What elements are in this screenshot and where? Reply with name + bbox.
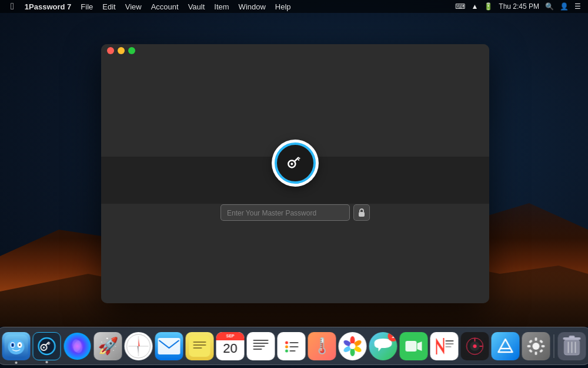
svg-rect-78 — [529, 349, 533, 353]
dock-item-finder[interactable] — [2, 332, 31, 360]
music-icon — [465, 336, 486, 357]
dock-item-calendar[interactable]: SEP 20 — [216, 332, 245, 360]
window-minimize-button[interactable] — [118, 47, 125, 54]
dock-item-reminders[interactable] — [278, 332, 306, 360]
svg-point-67 — [473, 344, 477, 348]
dock-item-safari[interactable] — [125, 332, 153, 360]
app-logo-inner — [275, 142, 316, 184]
svg-rect-34 — [193, 347, 202, 349]
svg-point-43 — [285, 349, 288, 352]
svg-rect-39 — [253, 349, 262, 350]
window-maximize-button[interactable] — [128, 47, 135, 54]
dock-item-thermometer[interactable]: 🌡️ — [308, 332, 336, 360]
vault-menu[interactable]: Vault — [183, 0, 210, 13]
news-icon — [432, 333, 457, 359]
dock-item-messages[interactable]: 1 — [369, 332, 397, 360]
appstore-icon — [496, 337, 515, 356]
menubar-search-icon[interactable]: 🔍 — [543, 2, 556, 11]
dock-item-facetime[interactable] — [400, 332, 428, 360]
app-logo-ring — [272, 140, 319, 187]
svg-rect-31 — [189, 336, 211, 357]
svg-rect-45 — [290, 346, 299, 347]
system-prefs-icon — [525, 335, 547, 357]
finder-icon — [5, 334, 28, 358]
launchpad-icon: 🚀 — [98, 336, 118, 356]
svg-rect-77 — [539, 339, 543, 343]
svg-point-54 — [350, 343, 356, 349]
account-menu[interactable]: Account — [146, 0, 183, 13]
svg-rect-76 — [529, 339, 533, 343]
svg-rect-81 — [569, 336, 575, 338]
svg-rect-33 — [193, 344, 206, 346]
trash-icon — [562, 335, 582, 357]
safari-icon — [125, 333, 152, 360]
edit-menu[interactable]: Edit — [98, 0, 120, 13]
menubar-control-center-icon[interactable]: ☰ — [572, 2, 583, 11]
dock-item-textedit[interactable] — [247, 332, 275, 360]
calendar-month: SEP — [216, 332, 245, 340]
svg-point-51 — [350, 348, 355, 356]
svg-point-13 — [19, 344, 21, 346]
dock-item-siri[interactable] — [64, 332, 92, 360]
lock-icon-button[interactable] — [353, 204, 370, 221]
item-menu[interactable]: Item — [209, 0, 233, 13]
photos-icon — [339, 333, 366, 360]
menubar-user-icon[interactable]: 👤 — [557, 2, 571, 11]
apple-menu[interactable]:  — [5, 0, 20, 13]
dock-item-music[interactable] — [461, 332, 489, 360]
1password-dock-icon — [36, 336, 58, 357]
svg-point-41 — [285, 341, 288, 344]
svg-rect-38 — [253, 346, 265, 347]
dock-item-1password[interactable] — [33, 332, 61, 360]
svg-point-48 — [350, 336, 355, 344]
svg-rect-37 — [253, 343, 269, 344]
menubar-left:  1Password 7 File Edit View Account Vau… — [5, 0, 296, 13]
lock-icon — [358, 208, 366, 217]
help-menu[interactable]: Help — [270, 0, 296, 13]
menubar:  1Password 7 File Edit View Account Vau… — [0, 0, 588, 13]
svg-point-42 — [285, 345, 288, 348]
file-menu[interactable]: File — [76, 0, 98, 13]
svg-rect-32 — [193, 342, 206, 343]
desktop:  1Password 7 File Edit View Account Vau… — [0, 0, 588, 368]
svg-rect-72 — [535, 337, 537, 341]
svg-rect-46 — [290, 350, 296, 352]
svg-rect-30 — [158, 338, 181, 354]
thermometer-icon: 🌡️ — [313, 337, 332, 355]
dock-item-mail[interactable] — [155, 332, 183, 360]
window-titlebar — [101, 44, 489, 57]
1password-running-indicator — [46, 361, 48, 363]
messages-badge: 1 — [388, 332, 397, 342]
calendar-day: 20 — [223, 341, 237, 356]
svg-point-1 — [290, 163, 294, 166]
dock-item-trash[interactable] — [558, 332, 586, 360]
menubar-wifi-icon[interactable]: ▲ — [469, 2, 480, 11]
svg-rect-61 — [446, 340, 454, 342]
menubar-clock: Thu 2:45 PM — [496, 2, 542, 11]
master-password-input[interactable] — [220, 204, 350, 221]
dock-item-photos[interactable] — [339, 332, 367, 360]
menubar-battery-icon[interactable]: 🔋 — [482, 2, 495, 11]
app-name-menu[interactable]: 1Password 7 — [20, 0, 76, 13]
svg-point-7 — [8, 339, 25, 354]
svg-rect-5 — [359, 212, 365, 217]
svg-rect-57 — [406, 341, 417, 352]
svg-rect-74 — [527, 345, 531, 347]
menubar-right: ⌨ ▲ 🔋 Thu 2:45 PM 🔍 👤 ☰ — [453, 2, 583, 11]
view-menu[interactable]: View — [121, 0, 146, 13]
svg-rect-44 — [290, 342, 299, 343]
dock: 🚀 — [0, 327, 588, 365]
key-icon — [286, 154, 304, 172]
window-menu[interactable]: Window — [234, 0, 270, 13]
menubar-keyboard-icon[interactable]: ⌨ — [453, 2, 467, 11]
dock-item-launchpad[interactable]: 🚀 — [94, 332, 122, 360]
dock-item-notes[interactable] — [186, 332, 214, 360]
window-close-button[interactable] — [107, 47, 114, 54]
svg-rect-79 — [539, 349, 543, 353]
dock-item-appstore[interactable] — [492, 332, 520, 360]
textedit-icon — [250, 335, 272, 357]
app-window — [101, 44, 489, 303]
facetime-icon — [403, 338, 425, 354]
dock-item-system-preferences[interactable] — [522, 332, 550, 360]
dock-item-news[interactable] — [430, 332, 459, 360]
